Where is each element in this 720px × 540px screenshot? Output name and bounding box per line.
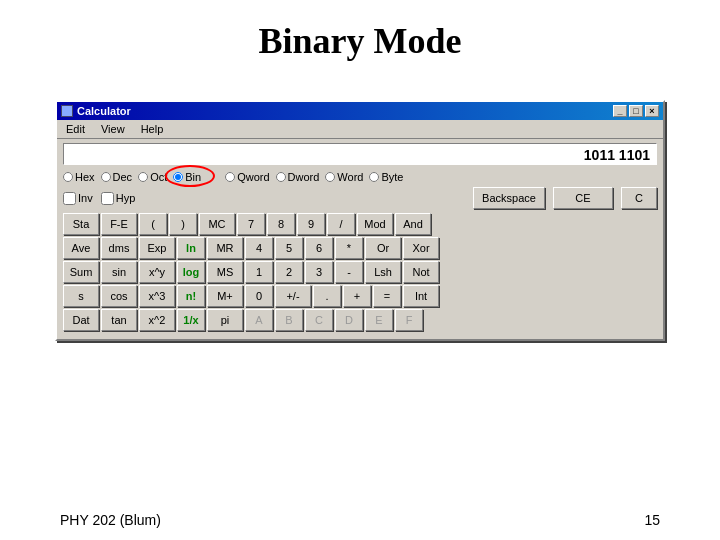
buttons-area: Sta F-E ( ) MC 7 8 9 / Mod And Ave dms E… (57, 211, 663, 339)
btn-0[interactable]: 0 (245, 285, 273, 307)
radio-dword[interactable]: Dword (276, 171, 320, 183)
btn-row-5: Dat tan x^2 1/x pi A B C D E F (63, 309, 657, 331)
btn-tan[interactable]: tan (101, 309, 137, 331)
btn-row-1: Sta F-E ( ) MC 7 8 9 / Mod And (63, 213, 657, 235)
footer-right: 15 (644, 512, 660, 528)
btn-row-4: s cos x^3 n! M+ 0 +/- . + = Int (63, 285, 657, 307)
btn-x2[interactable]: x^2 (139, 309, 175, 331)
title-bar: Calculator _ □ × (57, 102, 663, 120)
btn-sub[interactable]: - (335, 261, 363, 283)
btn-rparen[interactable]: ) (169, 213, 197, 235)
title-buttons[interactable]: _ □ × (613, 105, 659, 117)
btn-6[interactable]: 6 (305, 237, 333, 259)
btn-add[interactable]: + (343, 285, 371, 307)
btn-f[interactable]: F (395, 309, 423, 331)
btn-7[interactable]: 7 (237, 213, 265, 235)
btn-eq[interactable]: = (373, 285, 401, 307)
checkbox-bsp-row: Inv Hyp Backspace CE C (57, 185, 663, 211)
radio-hex[interactable]: Hex (63, 171, 95, 183)
minimize-button[interactable]: _ (613, 105, 627, 117)
btn-dat[interactable]: Dat (63, 309, 99, 331)
btn-not[interactable]: Not (403, 261, 439, 283)
btn-reciprocal[interactable]: 1/x (177, 309, 205, 331)
radio-qword[interactable]: Qword (225, 171, 269, 183)
btn-5[interactable]: 5 (275, 237, 303, 259)
btn-mul[interactable]: * (335, 237, 363, 259)
btn-8[interactable]: 8 (267, 213, 295, 235)
btn-1[interactable]: 1 (245, 261, 273, 283)
radio-row: Hex Dec Oct Bin Qword Dword Word Byte (57, 169, 663, 185)
btn-b[interactable]: B (275, 309, 303, 331)
btn-pi[interactable]: pi (207, 309, 243, 331)
radio-bin[interactable]: Bin (173, 171, 201, 183)
btn-mod[interactable]: Mod (357, 213, 393, 235)
menu-edit[interactable]: Edit (63, 122, 88, 136)
btn-div[interactable]: / (327, 213, 355, 235)
footer: PHY 202 (Blum) 15 (60, 512, 660, 528)
btn-sta[interactable]: Sta (63, 213, 99, 235)
btn-2[interactable]: 2 (275, 261, 303, 283)
radio-bin-wrapper: Bin (173, 171, 201, 183)
btn-plusminus[interactable]: +/- (275, 285, 311, 307)
btn-9[interactable]: 9 (297, 213, 325, 235)
btn-ln[interactable]: ln (177, 237, 205, 259)
btn-4[interactable]: 4 (245, 237, 273, 259)
btn-a[interactable]: A (245, 309, 273, 331)
btn-xor[interactable]: Xor (403, 237, 439, 259)
maximize-button[interactable]: □ (629, 105, 643, 117)
radio-word[interactable]: Word (325, 171, 363, 183)
ce-button[interactable]: CE (553, 187, 613, 209)
btn-d[interactable]: D (335, 309, 363, 331)
btn-or[interactable]: Or (365, 237, 401, 259)
btn-log[interactable]: log (177, 261, 205, 283)
btn-cos[interactable]: cos (101, 285, 137, 307)
menu-view[interactable]: View (98, 122, 128, 136)
title-bar-left: Calculator (61, 105, 131, 117)
menu-help[interactable]: Help (138, 122, 167, 136)
btn-ms[interactable]: MS (207, 261, 243, 283)
btn-row-3: Sum sin x^y log MS 1 2 3 - Lsh Not (63, 261, 657, 283)
btn-int[interactable]: Int (403, 285, 439, 307)
btn-sin[interactable]: sin (101, 261, 137, 283)
btn-3[interactable]: 3 (305, 261, 333, 283)
btn-exp[interactable]: Exp (139, 237, 175, 259)
close-button[interactable]: × (645, 105, 659, 117)
page-title: Binary Mode (0, 0, 720, 78)
app-icon (61, 105, 73, 117)
btn-c[interactable]: C (305, 309, 333, 331)
menu-bar: Edit View Help (57, 120, 663, 139)
btn-s[interactable]: s (63, 285, 99, 307)
btn-and[interactable]: And (395, 213, 431, 235)
btn-x3[interactable]: x^3 (139, 285, 175, 307)
radio-oct[interactable]: Oct (138, 171, 167, 183)
btn-nfact[interactable]: n! (177, 285, 205, 307)
btn-ave[interactable]: Ave (63, 237, 99, 259)
btn-mr[interactable]: MR (207, 237, 243, 259)
footer-left: PHY 202 (Blum) (60, 512, 161, 528)
btn-lparen[interactable]: ( (139, 213, 167, 235)
radio-byte[interactable]: Byte (369, 171, 403, 183)
c-button[interactable]: C (621, 187, 657, 209)
btn-mp[interactable]: M+ (207, 285, 243, 307)
btn-lsh[interactable]: Lsh (365, 261, 401, 283)
calc-display: 1011 1101 (63, 143, 657, 165)
btn-dot[interactable]: . (313, 285, 341, 307)
btn-dms[interactable]: dms (101, 237, 137, 259)
calculator-window: Calculator _ □ × Edit View Help 1011 110… (55, 100, 665, 341)
checkbox-hyp[interactable]: Hyp (101, 192, 136, 205)
btn-sum[interactable]: Sum (63, 261, 99, 283)
btn-row-2: Ave dms Exp ln MR 4 5 6 * Or Xor (63, 237, 657, 259)
btn-xy[interactable]: x^y (139, 261, 175, 283)
window-title: Calculator (77, 105, 131, 117)
btn-e[interactable]: E (365, 309, 393, 331)
backspace-button[interactable]: Backspace (473, 187, 545, 209)
checkbox-inv[interactable]: Inv (63, 192, 93, 205)
radio-dec[interactable]: Dec (101, 171, 133, 183)
btn-mc[interactable]: MC (199, 213, 235, 235)
btn-fe[interactable]: F-E (101, 213, 137, 235)
